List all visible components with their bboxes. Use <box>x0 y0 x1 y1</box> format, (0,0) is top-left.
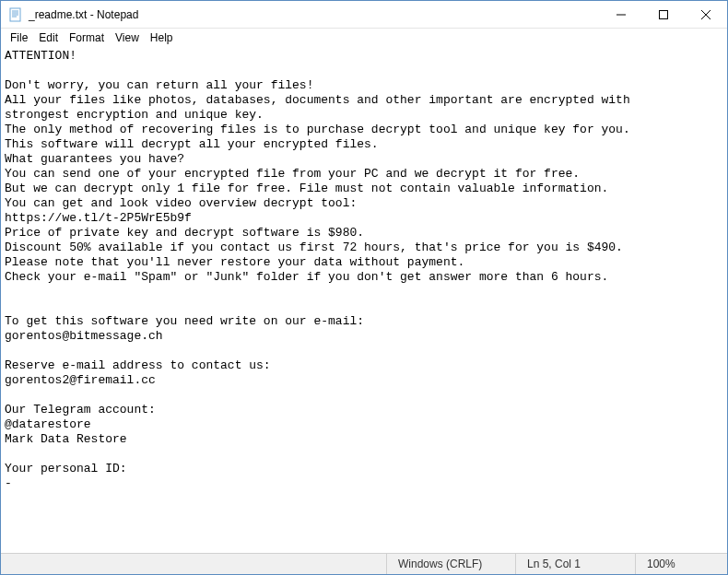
menubar: File Edit Format View Help <box>1 29 727 47</box>
menu-edit[interactable]: Edit <box>33 30 64 45</box>
notepad-icon <box>8 7 23 22</box>
maximize-button[interactable] <box>642 1 685 28</box>
svg-rect-6 <box>660 10 668 18</box>
editor-area <box>1 47 727 553</box>
notepad-window: _readme.txt - Notepad File Edit Format V… <box>0 0 728 575</box>
minimize-button[interactable] <box>600 1 642 28</box>
window-controls <box>600 1 727 28</box>
status-zoom: 100% <box>635 554 727 574</box>
text-editor[interactable] <box>1 47 727 553</box>
menu-view[interactable]: View <box>110 30 145 45</box>
menu-file[interactable]: File <box>5 30 33 45</box>
statusbar: Windows (CRLF) Ln 5, Col 1 100% <box>1 553 727 574</box>
menu-format[interactable]: Format <box>64 30 110 45</box>
close-button[interactable] <box>685 1 727 28</box>
status-spacer <box>1 554 386 574</box>
status-encoding: Windows (CRLF) <box>386 554 515 574</box>
menu-help[interactable]: Help <box>145 30 179 45</box>
window-title: _readme.txt - Notepad <box>29 8 600 21</box>
status-position: Ln 5, Col 1 <box>515 554 635 574</box>
titlebar: _readme.txt - Notepad <box>1 1 727 29</box>
